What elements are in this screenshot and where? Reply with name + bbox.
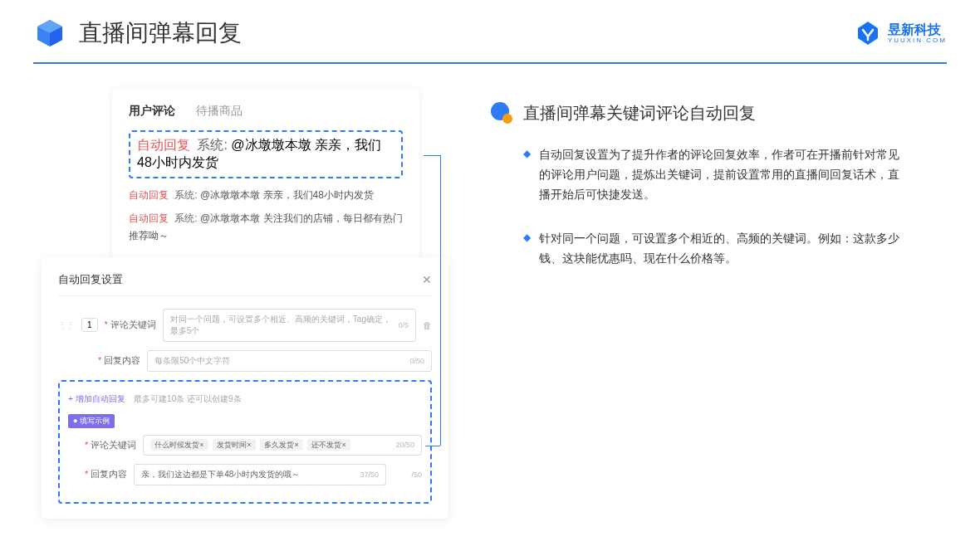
svg-point-4 (502, 114, 512, 124)
connector-line (425, 446, 440, 446)
system-label: 系统: (174, 212, 197, 224)
tabs: 用户评论 待播商品 (129, 104, 403, 119)
tag[interactable]: 发货时间× (213, 439, 255, 451)
keyword-label: *评论关键词 (105, 319, 156, 331)
comment-line: 自动回复 系统: @冰墩墩本墩 亲亲，我们48小时内发货 (129, 187, 403, 205)
example-keyword-row: *评论关键词 什么时候发货× 发货时间× 多久发货× 还不发货× 20/50 (68, 435, 422, 456)
comment-line: 自动回复 系统: @冰墩墩本墩 关注我们的店铺，每日都有热门推荐呦～ (129, 210, 403, 246)
section-title: 直播间弹幕关键词评论自动回复 (523, 102, 756, 124)
logo-text-cn: 昱新科技 (888, 23, 947, 37)
bubble-icon (490, 101, 513, 124)
system-label: 系统: (174, 189, 197, 201)
bullet-text: 针对同一个问题，可设置多个相近的、高频的关键词。例如：这款多少钱、这块能优惠吗、… (539, 229, 905, 269)
tag[interactable]: 什么时候发货× (150, 439, 208, 451)
auto-reply-label: 自动回复 (129, 212, 169, 224)
example-keyword-label: *评论关键词 (85, 439, 136, 451)
content-label: *回复内容 (98, 354, 140, 367)
bullet-item: ◆ 针对同一个问题，可设置多个相近的、高频的关键词。例如：这款多少钱、这块能优惠… (490, 229, 905, 269)
keyword-row: ⋮⋮ 1 *评论关键词 对同一个问题，可设置多个相近、高频的关键词，Tag确定，… (58, 309, 432, 342)
trailing-counter: /50 (393, 471, 422, 479)
page-title: 直播间弹幕回复 (79, 17, 242, 49)
example-box: + 增加自动回复 最多可建10条 还可以创建9条 ● 填写示例 *评论关键词 什… (58, 380, 432, 504)
content-row: *回复内容 每条限50个中文字符 0/50 (58, 350, 432, 372)
modal-header: 自动回复设置 ✕ (58, 272, 432, 296)
example-content-row: *回复内容 亲，我们这边都是下单48小时内发货的哦～ 37/50 /50 (68, 464, 422, 485)
auto-reply-label: 自动回复 (129, 189, 169, 201)
row-number: 1 (81, 318, 98, 332)
bullet-marker-icon: ◆ (523, 148, 531, 204)
tag[interactable]: 多久发货× (260, 439, 302, 451)
auto-reply-label: 自动回复 (137, 138, 190, 152)
bullet-marker-icon: ◆ (523, 232, 531, 269)
tab-comments[interactable]: 用户评论 (129, 104, 175, 119)
connector-line (440, 155, 441, 446)
highlighted-comment: 自动回复 系统: @冰墩墩本墩 亲亲，我们48小时内发货 (129, 130, 403, 178)
example-keyword-input[interactable]: 什么时候发货× 发货时间× 多久发货× 还不发货× 20/50 (143, 435, 422, 456)
bullet-text: 自动回复设置为了提升作者的评论回复效率，作者可在开播前针对常见的评论用户问题，提… (539, 145, 905, 204)
example-content-input[interactable]: 亲，我们这边都是下单48小时内发货的哦～ 37/50 (134, 464, 386, 485)
section-header: 直播间弹幕关键词评论自动回复 (490, 101, 905, 124)
example-content-label: *回复内容 (85, 468, 127, 480)
logo-icon (855, 20, 881, 46)
add-hint: 最多可建10条 还可以创建9条 (134, 394, 241, 403)
modal-title: 自动回复设置 (58, 272, 123, 287)
comments-card: 用户评论 待播商品 自动回复 系统: @冰墩墩本墩 亲亲，我们48小时内发货 自… (112, 89, 419, 266)
add-reply-link[interactable]: + 增加自动回复 (68, 394, 125, 403)
description-panel: 直播间弹幕关键词评论自动回复 ◆ 自动回复设置为了提升作者的评论回复效率，作者可… (457, 89, 905, 519)
close-icon[interactable]: ✕ (422, 273, 432, 286)
tag[interactable]: 还不发货× (307, 439, 350, 451)
company-logo: 昱新科技 YUUXIN.COM (855, 20, 947, 46)
delete-icon[interactable]: 🗑 (423, 320, 432, 330)
drag-handle-icon[interactable]: ⋮⋮ (58, 320, 75, 329)
tab-products[interactable]: 待播商品 (196, 104, 243, 119)
comment-text: @冰墩墩本墩 关注我们的店铺，每日都有热门推荐呦～ (129, 212, 403, 242)
cube-icon (33, 17, 66, 50)
keyword-input[interactable]: 对同一个问题，可设置多个相近、高频的关键词，Tag确定，最多5个 0/5 (163, 309, 416, 342)
page-header: 直播间弹幕回复 昱新科技 YUUXIN.COM (0, 0, 980, 50)
settings-modal: 自动回复设置 ✕ ⋮⋮ 1 *评论关键词 对同一个问题，可设置多个相近、高频的关… (42, 257, 448, 519)
system-label: 系统: (197, 138, 227, 152)
logo-text-en: YUUXIN.COM (888, 37, 947, 44)
bullet-item: ◆ 自动回复设置为了提升作者的评论回复效率，作者可在开播前针对常见的评论用户问题… (490, 145, 905, 204)
connector-line (424, 155, 440, 156)
example-badge: ● 填写示例 (68, 414, 115, 428)
comment-text: @冰墩墩本墩 亲亲，我们48小时内发货 (200, 189, 374, 201)
screenshots-panel: 用户评论 待播商品 自动回复 系统: @冰墩墩本墩 亲亲，我们48小时内发货 自… (42, 89, 457, 519)
content-input[interactable]: 每条限50个中文字符 0/50 (147, 350, 432, 372)
